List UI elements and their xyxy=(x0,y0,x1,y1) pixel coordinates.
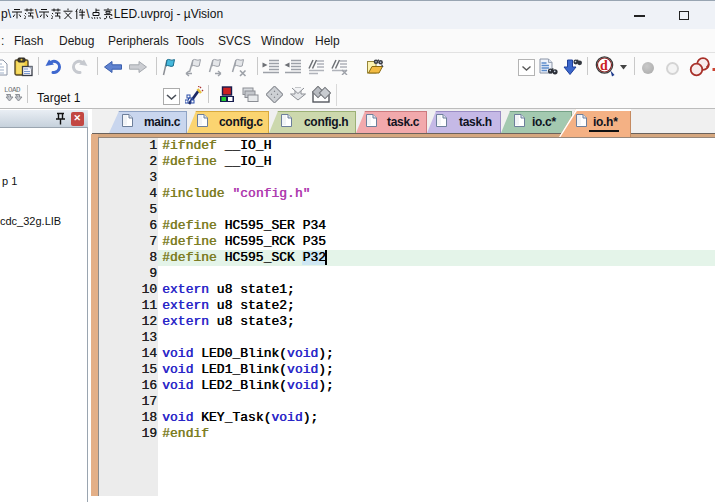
svg-text:LOAD: LOAD xyxy=(4,86,21,94)
svg-text:d: d xyxy=(600,58,608,73)
